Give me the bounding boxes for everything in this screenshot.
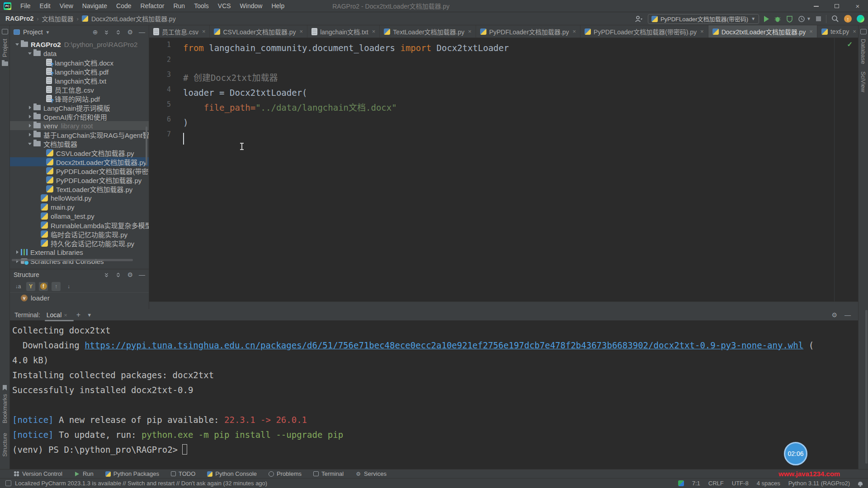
expand-all-icon[interactable] [104,272,109,278]
tree-chevron-icon[interactable] [33,202,41,211]
hide-panel-icon[interactable]: — [139,29,145,35]
filter-fields-icon[interactable]: Y [26,282,35,291]
tab-close-icon[interactable]: × [853,28,856,35]
tree-row[interactable]: PyPDFLoader文档加载器(带密码).py [10,166,149,175]
terminal-output[interactable]: Collecting docx2txt Downloading https://… [12,321,854,469]
menu-item[interactable]: File [16,0,35,12]
download-link[interactable]: https://pypi.tuna.tsinghua.edu.cn/packag… [85,340,803,350]
terminal-scrollbar[interactable] [865,310,868,464]
project-stripe-button[interactable]: Project [1,39,8,57]
profiler-button[interactable]: ▼ [798,15,811,23]
tree-row[interactable]: PyPDFLoader文档加载器.py [10,175,149,184]
tab-close-icon[interactable]: × [300,28,303,35]
editor-tab[interactable]: 员工信息.csv × [149,25,210,38]
user-icon[interactable] [635,15,643,23]
tree-row[interactable]: CSVLoader文档加载器.py [10,148,149,157]
tool-window-button[interactable]: Terminal [313,470,344,477]
tree-chevron-icon[interactable] [39,76,46,85]
editor-tab[interactable]: langchain文档.txt × [307,25,380,38]
tool-window-icon[interactable] [2,29,8,34]
tree-vertical-scrollbar[interactable] [146,127,147,165]
tree-chevron-icon[interactable] [33,239,41,248]
tool-window-button[interactable]: Services [355,470,387,477]
minimize-button[interactable] [806,0,826,12]
tree-row[interactable]: langchain文档.pdf [10,67,149,76]
editor-tab[interactable]: CSVLoader文档加载器.py × [210,25,307,38]
tree-row[interactable]: RAGPro2 D:\python_pro\RAGPro2 [10,40,149,49]
status-message[interactable]: Localized PyCharm 2023.1.3 is available … [15,480,267,487]
tree-chevron-icon[interactable] [14,40,21,49]
collapse-all-icon[interactable] [115,272,121,278]
run-with-coverage-icon[interactable] [786,15,793,23]
plugin-icon[interactable] [678,480,684,486]
tree-chevron-icon[interactable] [26,112,33,121]
code-editor[interactable]: 1234567 from langchain_community.documen… [149,38,858,301]
tree-row[interactable]: main.py [10,202,149,211]
tool-window-button[interactable]: Problems [269,470,302,477]
terminal-prompt[interactable]: (venv) PS D:\python_pro\RAGPro2> [12,442,854,457]
tree-horizontal-scrollbar[interactable] [12,259,133,261]
tree-row[interactable]: Docx2txtLoader文档加载器.py [10,157,149,166]
tree-row[interactable]: TextLoader文档加载器.py [10,184,149,193]
editor-tab[interactable]: TextLoader文档加载器.py × [380,25,476,38]
menu-item[interactable]: Code [112,0,136,12]
tree-row[interactable]: 基于LangChain实现RAG与Agent智能体开发 [10,130,149,139]
settings-gear-icon[interactable]: ⚙ [127,272,133,278]
tool-window-button[interactable]: Version Control [14,470,62,477]
tab-overflow-icon[interactable]: ⋮ [838,28,844,35]
tab-close-icon[interactable]: × [809,28,813,35]
tool-window-button[interactable]: Python Console [207,470,257,477]
editor-tab[interactable]: PyPDFLoader文档加载器.py × [476,25,580,38]
status-item[interactable]: 7:1 [692,480,700,487]
status-message-area[interactable]: Localized PyCharm 2023.1.3 is available … [5,480,267,487]
tree-chevron-icon[interactable] [33,193,41,202]
settings-gear-icon[interactable]: ⚙ [831,312,837,318]
sciview-stripe-button[interactable]: SciView [860,71,867,92]
maximize-button[interactable] [826,0,847,12]
structure-stripe-button[interactable]: Structure [0,433,9,457]
database-stripe-button[interactable]: Database [860,39,867,64]
update-available-icon[interactable]: ↑ [844,15,852,23]
status-item[interactable]: Python 3.11 (RAGPro2) [788,480,850,487]
expand-all-icon[interactable] [104,29,109,35]
tree-chevron-icon[interactable] [26,130,33,139]
tree-row[interactable]: RunnableLambda实现复杂多模型链路调用.p [10,221,149,230]
tab-close-icon[interactable]: × [202,28,206,35]
menu-item[interactable]: Navigate [78,0,112,12]
menu-item[interactable]: Help [267,0,289,12]
terminal-tab-local[interactable]: Local× [47,311,67,319]
tab-close-icon[interactable]: × [372,28,376,35]
chevron-down-icon[interactable]: ▼ [46,30,50,35]
chevron-down-icon[interactable]: ▼ [87,312,92,318]
menu-item[interactable]: Refactor [136,0,169,12]
tree-chevron-icon[interactable] [39,148,46,157]
hide-panel-icon[interactable]: — [139,272,145,278]
search-everywhere-icon[interactable] [831,15,839,23]
tree-row[interactable]: 临时会话记忆功能实现.py [10,230,149,239]
tree-row[interactable]: langchain文档.txt [10,76,149,85]
menu-item[interactable]: VCS [213,0,236,12]
project-panel-title[interactable]: Project [23,28,43,36]
tree-chevron-icon[interactable] [39,166,46,175]
sort-alphabetically-icon[interactable]: ↓a [14,282,23,291]
tree-chevron-icon[interactable] [39,85,46,94]
menu-item[interactable]: Edit [35,0,55,12]
stop-button[interactable] [816,16,821,21]
tree-row[interactable]: ollama_test.py [10,211,149,221]
menu-item[interactable]: Window [236,0,267,12]
settings-gear-icon[interactable]: ⚙ [127,29,133,35]
tree-row[interactable]: External Libraries [10,248,149,257]
tab-close-icon[interactable]: × [64,312,67,319]
bookmarks-stripe-button[interactable]: Bookmarks [0,385,9,423]
close-button[interactable]: × [847,0,868,12]
status-item[interactable]: UTF-8 [732,480,749,487]
tool-window-button[interactable]: Python Packages [105,470,159,477]
tab-close-icon[interactable]: × [573,28,576,35]
tree-row[interactable]: Scratches and Consoles [10,257,149,266]
editor-tab[interactable]: Docx2txtLoader文档加载器.py × [708,25,817,38]
tree-row[interactable]: 锋哥的网站.pdf [10,94,149,103]
run-button[interactable] [764,16,769,22]
tree-chevron-icon[interactable] [39,184,46,193]
run-configuration-select[interactable]: PyPDFLoader文档加载器(带密码) ▼ [648,14,759,24]
debug-icon[interactable] [774,15,781,23]
